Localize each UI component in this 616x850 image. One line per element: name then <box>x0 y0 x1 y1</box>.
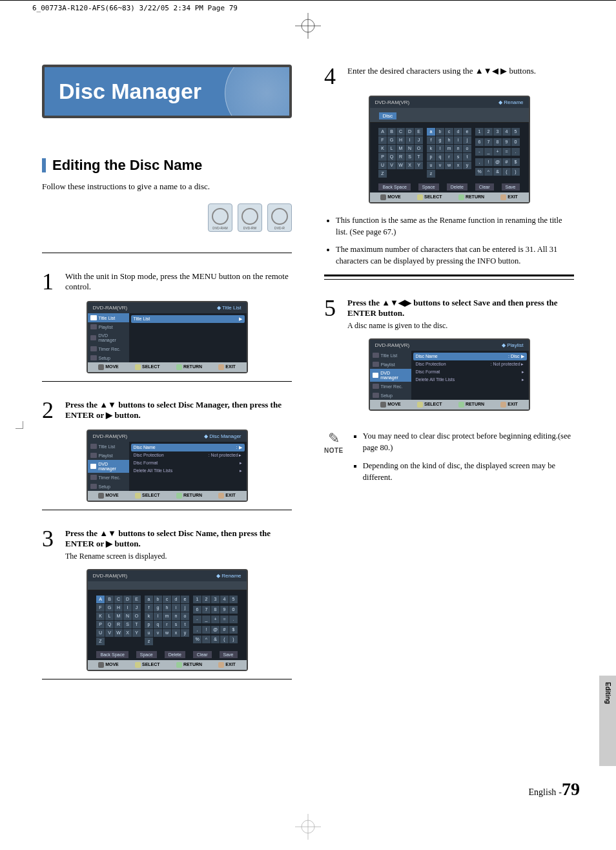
step-number: 3 <box>42 527 61 561</box>
screenshot-3: DVD-RAM(VR)◆ Rename ABCDEFGHIJKLMNOPQRST… <box>87 569 248 671</box>
media-icon-dvd-ram: DVD-RAM <box>208 203 232 232</box>
step-3: 3 Press the ▲▼ buttons to select Disc Na… <box>42 527 292 561</box>
info-bullets: This function is the same as the Rename … <box>336 215 574 267</box>
step-1: 1 With the unit in Stop mode, press the … <box>42 270 292 293</box>
keyboard-lower: abcdefghijklmnopqrstuvwxyz <box>145 596 189 645</box>
section-heading-text: Editing the Disc Name <box>52 157 202 174</box>
note-label: NOTE <box>324 447 344 454</box>
disc-illustration <box>225 65 292 118</box>
keyboard-nums: 1234567890-_+=.,!@#$%^&() <box>475 128 520 178</box>
media-icon-dvd-r: DVD-R <box>267 203 292 232</box>
step-text: With the unit in Stop mode, press the ME… <box>65 270 292 293</box>
step-4: 4 Enter the desired characters using the… <box>324 65 574 88</box>
screenshot-2: DVD-RAM(VR)◆ Disc Manager Title List Pla… <box>87 430 248 502</box>
screenshot-1: DVD-RAM(VR)◆ Title List Title List Playl… <box>87 301 248 373</box>
step-number: 2 <box>42 399 61 422</box>
step-number: 5 <box>324 296 344 331</box>
bullet-item: The maximum number of characters that ca… <box>336 244 574 267</box>
step-text: Press the ▲▼ buttons to select Disc Mana… <box>65 399 292 422</box>
note-item: You may need to clear disc protect befor… <box>363 430 574 453</box>
step-5: 5 Press the ▲▼◀▶ buttons to select Save … <box>324 296 574 331</box>
step-text: Press the ▲▼ buttons to select Disc Name… <box>65 527 292 561</box>
title-banner: Disc Manager <box>42 65 292 118</box>
side-tab: Editing <box>599 676 616 766</box>
step-number: 4 <box>324 65 344 88</box>
media-icon-dvd-rw: DVD-RW <box>238 203 262 232</box>
keyboard-lower: abcdefghijklmnopqrstuvwxyz <box>427 128 471 178</box>
print-header: 6_00773A-R120-AFS(66~83) 3/22/05 2:34 PM… <box>32 4 238 12</box>
step-text: Press the ▲▼◀▶ buttons to select Save an… <box>347 296 574 331</box>
crop-mark-top <box>295 13 321 39</box>
page-footer: English -79 <box>529 779 580 800</box>
intro-text: Follow these instructions to give a name… <box>42 181 292 192</box>
screenshot-5: DVD-RAM(VR)◆ Playlist Title List Playlis… <box>369 338 530 411</box>
pencil-icon: ✎ <box>324 430 344 447</box>
keyboard-upper: ABCDEFGHIJKLMNOPQRSTUVWXYZ <box>378 128 423 178</box>
media-icons-row: DVD-RAM DVD-RW DVD-R <box>42 203 292 234</box>
screenshot-4: DVD-RAM(VR)◆ Rename Disc ABCDEFGHIJKLMNO… <box>369 96 530 203</box>
bullet-item: This function is the same as the Rename … <box>336 215 574 238</box>
step-2: 2 Press the ▲▼ buttons to select Disc Ma… <box>42 399 292 422</box>
keyboard-upper: ABCDEFGHIJKLMNOPQRSTUVWXYZ <box>96 596 141 645</box>
section-heading: Editing the Disc Name <box>42 157 292 174</box>
note-block: ✎ NOTE You may need to clear disc protec… <box>324 430 574 490</box>
crop-mark-bottom <box>295 814 321 842</box>
step-text: Enter the desired characters using the ▲… <box>347 65 574 88</box>
note-item: Depending on the kind of disc, the displ… <box>363 460 574 483</box>
step-number: 1 <box>42 270 61 293</box>
keyboard-nums: 1234567890-_+=.,!@#$%^&() <box>193 596 238 645</box>
side-tab-label: Editing <box>604 682 611 704</box>
